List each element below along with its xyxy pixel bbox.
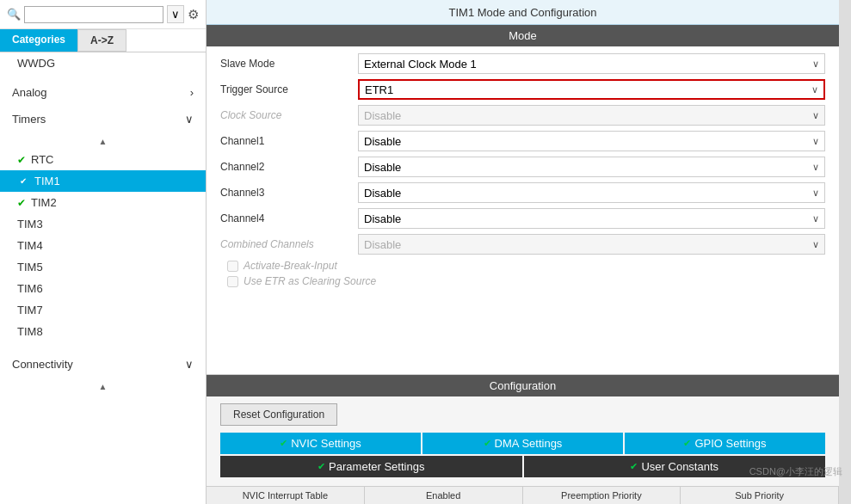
analog-arrow: › [190,86,194,99]
sidebar-search-bar: 🔍 ∨ ⚙ [0,0,206,29]
mode-section-header: Mode [207,25,839,46]
connectivity-label: Connectivity [12,358,73,371]
timers-scroll-up[interactable]: ▲ [0,132,206,149]
combined-channels-row: Combined Channels Disable ∨ [220,234,825,255]
sidebar-item-tim8[interactable]: TIM8 [0,321,206,342]
channel4-label: Channel4 [220,212,358,224]
config-label: Configuration [490,379,556,392]
table-col-enabled: Enabled [365,487,523,504]
top-bar: TIM1 Mode and Configuration [207,0,839,25]
use-etr-checkbox[interactable] [227,276,238,287]
gpio-check-icon: ✔ [683,438,691,449]
use-etr-row: Use ETR as Clearing Source [220,275,825,287]
sidebar-section-analog[interactable]: Analog › [0,79,206,106]
channel4-arrow: ∨ [812,213,819,224]
trigger-source-arrow: ∨ [811,84,818,95]
search-dropdown-arrow[interactable]: ∨ [167,5,184,23]
sidebar-section-timers[interactable]: Timers ∨ [0,106,206,132]
clock-source-arrow: ∨ [812,110,819,121]
sidebar-item-wwdg[interactable]: WWDG [0,52,206,74]
channel3-arrow: ∨ [812,187,819,199]
parameter-check-icon: ✔ [318,461,325,472]
main-scrollbar[interactable] [839,0,851,504]
clock-source-row: Clock Source Disable ∨ [220,105,825,126]
configuration-section: Configuration Reset Configuration ✔ NVIC… [207,374,839,504]
sidebar-item-tim4[interactable]: TIM4 [0,235,206,256]
activate-break-input-row: Activate-Break-Input [220,260,825,272]
tab-categories[interactable]: Categories [0,29,77,52]
analog-label: Analog [12,86,46,99]
sidebar-item-wwdg-label: WWDG [17,57,55,70]
combined-channels-value: Disable [364,238,401,251]
tim4-label: TIM4 [17,239,43,252]
tim8-label: TIM8 [17,325,43,338]
sidebar: 🔍 ∨ ⚙ Categories A->Z WWDG Analog › Time… [0,0,207,504]
channel1-value: Disable [364,135,401,148]
clock-source-select[interactable]: Disable ∨ [358,105,825,126]
tab-az[interactable]: A->Z [77,29,126,52]
connectivity-scroll-up[interactable]: ▲ [0,378,206,394]
config-tabs-row2: ✔ Parameter Settings ✔ User Constants [220,456,825,477]
tab-parameter-settings[interactable]: ✔ Parameter Settings [220,456,522,477]
tim2-check-icon: ✔ [17,197,26,209]
channel3-label: Channel3 [220,187,358,199]
channel2-select[interactable]: Disable ∨ [358,157,825,177]
reset-configuration-button[interactable]: Reset Configuration [220,403,337,426]
channel1-label: Channel1 [220,135,358,147]
activate-break-input-checkbox[interactable] [227,261,238,272]
config-body: Reset Configuration ✔ NVIC Settings ✔ DM… [207,396,839,486]
user-constants-tab-label: User Constants [641,460,718,473]
channel4-select[interactable]: Disable ∨ [358,208,825,229]
channel4-value: Disable [364,212,401,225]
slave-mode-value: External Clock Mode 1 [364,58,477,71]
sidebar-item-tim6[interactable]: TIM6 [0,278,206,299]
search-input[interactable] [24,6,163,23]
sidebar-content: WWDG Analog › Timers ∨ ▲ ✔ RTC [0,52,206,504]
tim2-label: TIM2 [31,196,57,209]
channel3-select[interactable]: Disable ∨ [358,182,825,203]
channel1-select[interactable]: Disable ∨ [358,131,825,151]
sidebar-section-connectivity[interactable]: Connectivity ∨ [0,351,206,378]
slave-mode-select[interactable]: External Clock Mode 1 ∨ [358,53,825,74]
slave-mode-label: Slave Mode [220,58,358,70]
connectivity-up-arrow-icon: ▲ [99,382,108,391]
sidebar-item-tim7[interactable]: TIM7 [0,299,206,321]
use-etr-label: Use ETR as Clearing Source [244,275,376,287]
trigger-source-select[interactable]: ETR1 ∨ [358,79,825,100]
user-constants-check-icon: ✔ [630,461,638,472]
trigger-source-label: Trigger Source [220,83,358,95]
gear-icon[interactable]: ⚙ [188,7,199,22]
clock-source-label: Clock Source [220,109,358,121]
tim3-label: TIM3 [17,218,43,230]
sidebar-item-tim1[interactable]: ✔ TIM1 [0,170,206,192]
rtc-label: RTC [31,153,53,166]
tab-nvic-settings[interactable]: ✔ NVIC Settings [220,433,421,454]
page-title: TIM1 Mode and Configuration [449,6,597,19]
clock-source-value: Disable [364,109,401,122]
channel2-row: Channel2 Disable ∨ [220,157,825,177]
sidebar-item-rtc[interactable]: ✔ RTC [0,149,206,170]
activate-break-input-label: Activate-Break-Input [244,260,337,272]
channel3-value: Disable [364,187,401,200]
sidebar-tabs: Categories A->Z [0,29,206,52]
tab-dma-settings[interactable]: ✔ DMA Settings [422,433,623,454]
main-content: TIM1 Mode and Configuration Mode Slave M… [207,0,839,504]
nvic-table-header: NVIC Interrupt Table Enabled Preemption … [207,486,839,504]
combined-channels-label: Combined Channels [220,238,358,250]
channel3-row: Channel3 Disable ∨ [220,182,825,203]
up-arrow-icon: ▲ [99,137,108,146]
gpio-tab-label: GPIO Settings [694,437,766,450]
config-section-header: Configuration [207,375,839,396]
parameter-tab-label: Parameter Settings [329,460,424,473]
timers-arrow: ∨ [185,113,194,126]
tab-gpio-settings[interactable]: ✔ GPIO Settings [625,433,825,454]
sidebar-item-tim2[interactable]: ✔ TIM2 [0,192,206,213]
sidebar-item-tim5[interactable]: TIM5 [0,256,206,278]
combined-channels-select[interactable]: Disable ∨ [358,234,825,255]
sidebar-item-tim3[interactable]: TIM3 [0,213,206,235]
table-col-nvic: NVIC Interrupt Table [207,487,365,504]
dma-tab-label: DMA Settings [495,437,563,450]
tim6-label: TIM6 [17,282,43,295]
nvic-check-icon: ✔ [280,438,287,449]
tab-user-constants[interactable]: ✔ User Constants [524,456,826,477]
